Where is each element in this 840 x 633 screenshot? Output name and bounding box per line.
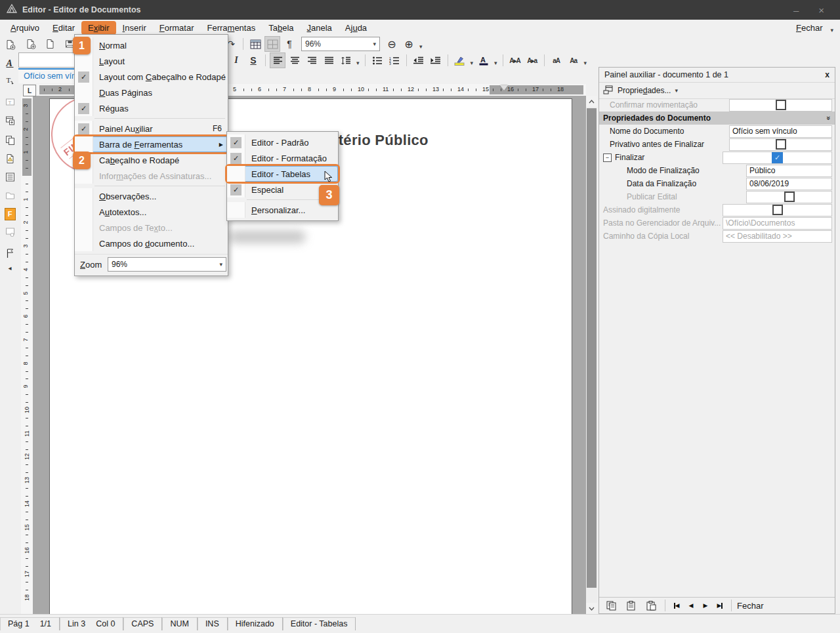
first-document-button[interactable]: ◀ [671,600,682,611]
panel-fechar-button[interactable]: Fechar [737,601,763,611]
checkbox-empty[interactable] [776,139,786,150]
menu-janela[interactable]: Janela [301,21,339,35]
paste-icon[interactable] [623,597,640,614]
chevron-down-icon[interactable]: ▾ [355,60,361,66]
uppercase-button[interactable]: A▸A [507,52,523,68]
menu-item-campos-de-texto[interactable]: Campos de Texto... [75,220,228,235]
menu-item-observacoes[interactable]: Observações... [75,188,228,204]
document-warning-icon[interactable] [1,150,18,167]
menu-exibir[interactable]: Exibir [81,21,116,35]
menu-item-campos-do-documento[interactable]: Campos do documento... [75,235,228,251]
properties-button[interactable]: Propriedades... [618,86,671,95]
property-value-cell[interactable] [729,138,832,151]
lowercase-button[interactable]: A▸a [524,52,540,68]
property-value-cell[interactable]: Ofício sem vínculo [729,125,832,138]
menu-formatar[interactable]: Formatar [153,21,201,35]
num-indicator[interactable]: NUM [162,617,197,630]
insert-table-button[interactable] [247,36,263,52]
finalize-document-icon[interactable]: F [1,205,18,222]
toolbar-overflow-icon[interactable]: ▾ [583,60,589,66]
menu-item-normal[interactable]: Normal [75,37,228,53]
copy-document-icon[interactable] [603,597,620,614]
blank-page-icon[interactable] [42,36,58,52]
toolbar-overflow-icon[interactable]: ▾ [830,27,833,33]
toolbar-overflow-icon[interactable]: ▾ [418,43,424,50]
scroll-down-icon[interactable] [586,603,597,614]
align-center-button[interactable] [287,52,303,68]
next-document-button[interactable]: ▶ [700,600,711,611]
formatting-marks-button[interactable]: ¶ [282,36,297,52]
close-button[interactable]: × [818,5,824,16]
last-document-button[interactable]: ▶ [714,600,726,611]
menu-item-painel-auxiliar[interactable]: ✓Painel AuxiliarF6 [75,121,228,136]
chevron-down-icon[interactable]: ▾ [219,261,222,268]
list-view-icon[interactable] [1,169,18,186]
tab-stop-selector[interactable]: L [23,85,36,96]
minimize-button[interactable]: – [793,5,799,16]
zoom-combobox[interactable]: 96%▾ [108,257,226,272]
menu-item-cabecalho-e-rodape[interactable]: Cabeçalho e Rodapé [75,152,228,168]
collapse-expander-icon[interactable]: − [603,153,612,162]
zoom-combobox[interactable]: 96% ▾ [301,37,380,51]
property-value-cell[interactable]: << Desabilitado >> [723,230,832,243]
numbered-list-button[interactable]: 123 [387,52,402,68]
line-col-indicator[interactable]: Lin 3Col 0 [60,617,123,630]
align-left-button[interactable] [270,52,285,68]
copy-document-icon[interactable] [1,132,18,149]
property-value-cell[interactable]: Público [746,165,832,177]
folder-disabled-icon[interactable] [1,187,18,204]
zoom-out-button[interactable]: ⊖ [384,36,400,52]
underline-button[interactable]: S [245,52,261,68]
chevron-down-icon[interactable]: ▾ [469,60,475,66]
checkbox-empty[interactable] [784,192,795,202]
font-color-button[interactable]: A [476,52,492,68]
property-value-cell[interactable]: \Ofício\Documentos [723,217,832,230]
swap-case-button[interactable]: Aa [566,52,581,68]
collapse-panel-icon[interactable]: ◂ [1,263,18,272]
highlight-color-button[interactable] [452,52,468,68]
checkbox-checked[interactable]: ✓ [772,152,783,163]
text-select-icon[interactable]: T [1,73,18,90]
menu-item-informacoes-de-assinaturas[interactable]: Informações de Assinaturas... [75,168,228,184]
menu-ajuda[interactable]: Ajuda [339,21,373,35]
page-indicator[interactable]: Pág 11/1 [0,617,60,630]
menu-item-duas-paginas[interactable]: Duas Páginas [75,85,228,100]
slide-disabled-icon[interactable]: T [1,94,18,111]
new-document-icon[interactable] [22,36,38,52]
menu-ferramentas[interactable]: Ferramentas [200,21,262,35]
property-value-cell[interactable] [723,204,832,216]
hyphenation-indicator[interactable]: Hifenizado [228,617,283,630]
menu-item-autotextos[interactable]: Autotextos... [75,204,228,220]
decrease-indent-button[interactable] [411,52,427,68]
line-spacing-button[interactable] [338,52,354,68]
sign-flag-icon[interactable] [1,245,18,262]
submenu-item-editor-tabelas[interactable]: Editor - Tabelas [227,166,338,182]
menu-editar[interactable]: Editar [46,21,81,35]
submenu-item-editor-formatacao[interactable]: ✓Editor - Formatação [227,150,338,166]
checkbox-empty[interactable] [776,100,786,110]
checkbox-empty[interactable] [772,205,783,215]
property-value-cell[interactable]: 08/06/2019 [746,178,832,190]
table-borders-button[interactable] [264,36,280,52]
active-toolbar-indicator[interactable]: Editor - Tabelas [283,617,356,630]
italic-button[interactable]: I [228,52,244,68]
ins-indicator[interactable]: INS [198,617,228,630]
menu-fechar[interactable]: Fechar [789,21,829,35]
fonts-icon[interactable]: A [1,54,18,71]
ruler-indent-marker[interactable] [500,85,508,91]
scroll-up-icon[interactable] [586,96,597,107]
scrollbar-thumb[interactable] [587,108,597,588]
toggle-case-button[interactable]: aA [549,52,564,68]
previous-document-button[interactable]: ◀ [685,600,697,611]
chevron-down-icon[interactable]: ▾ [493,60,499,66]
chevron-down-icon[interactable]: ▾ [373,41,376,47]
align-right-button[interactable] [304,52,320,68]
new-window-icon[interactable] [1,112,18,129]
property-value-cell[interactable] [729,99,832,112]
paste-special-icon[interactable] [642,597,660,614]
section-chevron-icon[interactable]: » [825,116,833,120]
property-value-cell[interactable] [746,191,832,203]
property-value-cell[interactable]: ✓ [723,152,832,164]
justify-button[interactable] [321,52,337,68]
panel-close-button[interactable]: x [825,70,830,79]
